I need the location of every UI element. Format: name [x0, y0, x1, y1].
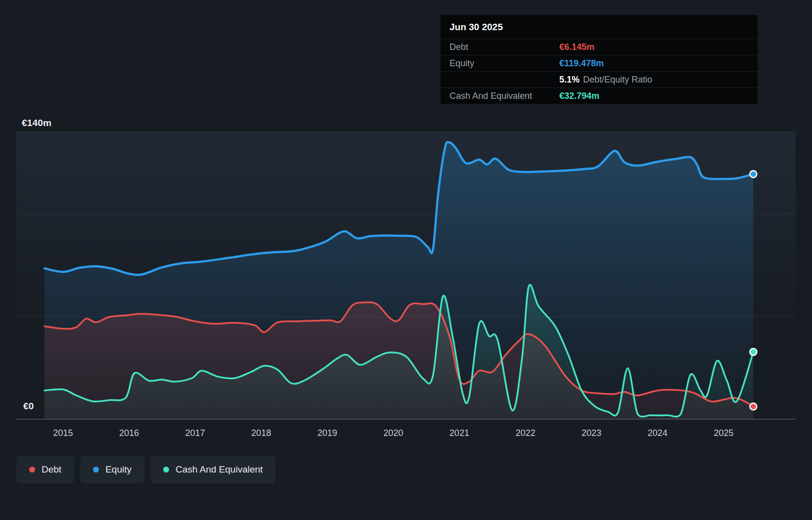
equity-legend-dot-icon	[93, 467, 99, 473]
x-tick-label: 2022	[515, 428, 535, 438]
legend-item-debt[interactable]: Debt	[16, 456, 74, 483]
chart-legend: Debt Equity Cash And Equivalent	[16, 456, 275, 483]
tooltip-row-ratio: 5.1%Debt/Equity Ratio	[441, 71, 758, 87]
ratio-caption: Debt/Equity Ratio	[583, 75, 652, 85]
debt-legend-dot-icon	[29, 467, 35, 473]
tooltip-row-debt: Debt €6.145m	[441, 39, 758, 55]
tooltip-cash-value: €32.794m	[559, 91, 599, 101]
x-tick-label: 2016	[119, 428, 139, 438]
y-axis-label-zero: €0	[23, 401, 34, 412]
x-tick-label: 2015	[53, 428, 73, 438]
ratio-percentage: 5.1%	[559, 75, 580, 85]
marker-debt	[750, 403, 757, 410]
tooltip-equity-label: Equity	[450, 58, 559, 69]
tooltip-row-equity: Equity €119.478m	[441, 55, 758, 71]
x-tick-label: 2018	[251, 428, 271, 438]
x-tick-label: 2020	[383, 428, 403, 438]
cash-legend-dot-icon	[163, 467, 169, 473]
marker-equity	[750, 171, 757, 177]
chart-tooltip: Jun 30 2025 Debt €6.145m Equity €119.478…	[441, 15, 758, 104]
x-axis-labels: 2015201620172018201920202021202220232024…	[53, 428, 733, 438]
tooltip-equity-value: €119.478m	[559, 58, 604, 69]
x-tick-label: 2025	[714, 428, 733, 438]
x-tick-label: 2024	[648, 428, 668, 438]
y-axis-label-140m: €140m	[22, 118, 51, 129]
x-tick-label: 2021	[450, 428, 469, 438]
tooltip-ratio-value: 5.1%Debt/Equity Ratio	[559, 75, 652, 85]
chart-page: 2015201620172018201920202021202220232024…	[0, 0, 812, 520]
legend-item-equity[interactable]: Equity	[80, 456, 144, 483]
x-tick-label: 2019	[317, 428, 337, 438]
tooltip-row-cash: Cash And Equivalent €32.794m	[441, 87, 758, 104]
x-tick-label: 2017	[185, 428, 205, 438]
tooltip-debt-value: €6.145m	[559, 42, 594, 52]
legend-cash-label: Cash And Equivalent	[176, 464, 263, 475]
tooltip-debt-label: Debt	[450, 42, 559, 52]
x-tick-label: 2023	[582, 428, 601, 438]
tooltip-cash-label: Cash And Equivalent	[450, 91, 559, 101]
legend-equity-label: Equity	[105, 464, 132, 475]
marker-cash-and-equivalent	[750, 348, 757, 355]
legend-debt-label: Debt	[42, 464, 61, 475]
legend-item-cash[interactable]: Cash And Equivalent	[150, 456, 275, 483]
tooltip-date: Jun 30 2025	[441, 15, 758, 39]
